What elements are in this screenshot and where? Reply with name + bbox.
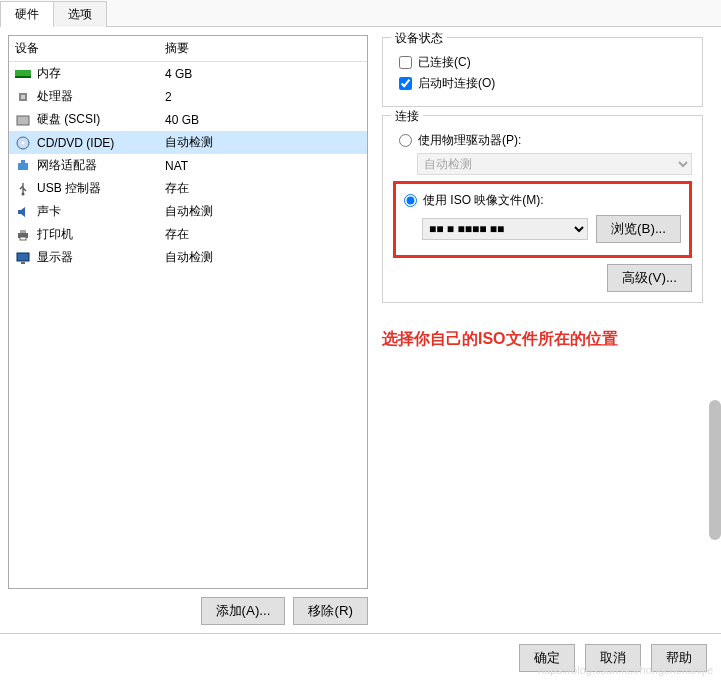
device-list: 设备 摘要 内存4 GB处理器2硬盘 (SCSI)40 GBCD/DVD (ID… bbox=[8, 35, 368, 589]
display-icon bbox=[15, 250, 31, 266]
device-summary: 40 GB bbox=[165, 113, 199, 127]
svg-rect-8 bbox=[21, 160, 25, 163]
iso-label: 使用 ISO 映像文件(M): bbox=[423, 192, 544, 209]
device-name: CD/DVD (IDE) bbox=[37, 136, 165, 150]
svg-rect-3 bbox=[21, 95, 25, 99]
scrollbar-thumb[interactable] bbox=[709, 400, 721, 540]
device-name: 显示器 bbox=[37, 249, 165, 266]
device-summary: 4 GB bbox=[165, 67, 192, 81]
connect-on-power-checkbox[interactable] bbox=[399, 77, 412, 90]
svg-point-9 bbox=[22, 192, 25, 195]
physical-drive-row[interactable]: 使用物理驱动器(P): bbox=[399, 132, 692, 149]
connected-checkbox[interactable] bbox=[399, 56, 412, 69]
ok-button[interactable]: 确定 bbox=[519, 644, 575, 672]
cd-icon bbox=[15, 135, 31, 151]
device-summary: 自动检测 bbox=[165, 134, 213, 151]
svg-rect-7 bbox=[18, 163, 28, 170]
browse-button[interactable]: 浏览(B)... bbox=[596, 215, 681, 243]
device-name: USB 控制器 bbox=[37, 180, 165, 197]
device-summary: 2 bbox=[165, 90, 172, 104]
device-row[interactable]: 打印机存在 bbox=[9, 223, 367, 246]
svg-rect-12 bbox=[20, 237, 26, 240]
device-row[interactable]: 声卡自动检测 bbox=[9, 200, 367, 223]
physical-drive-radio[interactable] bbox=[399, 134, 412, 147]
tab-hardware[interactable]: 硬件 bbox=[0, 1, 54, 27]
connection-title: 连接 bbox=[391, 108, 423, 125]
device-row[interactable]: 内存4 GB bbox=[9, 62, 367, 85]
connection-group: 连接 使用物理驱动器(P): 自动检测 使用 ISO 映像文件(M): bbox=[382, 115, 703, 303]
instruction-annotation: 选择你自己的ISO文件所在的位置 bbox=[382, 329, 703, 350]
svg-rect-14 bbox=[21, 262, 25, 264]
col-summary: 摘要 bbox=[165, 40, 189, 57]
svg-rect-4 bbox=[17, 116, 29, 125]
device-name: 声卡 bbox=[37, 203, 165, 220]
network-icon bbox=[15, 158, 31, 174]
svg-point-6 bbox=[22, 141, 25, 144]
printer-icon bbox=[15, 227, 31, 243]
cancel-button[interactable]: 取消 bbox=[585, 644, 641, 672]
device-list-header: 设备 摘要 bbox=[9, 36, 367, 62]
add-button[interactable]: 添加(A)... bbox=[201, 597, 286, 625]
device-summary: 自动检测 bbox=[165, 203, 213, 220]
device-status-group: 设备状态 已连接(C) 启动时连接(O) bbox=[382, 37, 703, 107]
connected-label: 已连接(C) bbox=[418, 54, 471, 71]
device-row[interactable]: 处理器2 bbox=[9, 85, 367, 108]
disk-icon bbox=[15, 112, 31, 128]
iso-radio[interactable] bbox=[404, 194, 417, 207]
device-summary: NAT bbox=[165, 159, 188, 173]
svg-rect-1 bbox=[15, 76, 31, 78]
device-summary: 存在 bbox=[165, 226, 189, 243]
memory-icon bbox=[15, 66, 31, 82]
sound-icon bbox=[15, 204, 31, 220]
device-row[interactable]: CD/DVD (IDE)自动检测 bbox=[9, 131, 367, 154]
usb-icon bbox=[15, 181, 31, 197]
iso-row[interactable]: 使用 ISO 映像文件(M): bbox=[404, 192, 681, 209]
physical-drive-select[interactable]: 自动检测 bbox=[417, 153, 692, 175]
remove-button[interactable]: 移除(R) bbox=[293, 597, 368, 625]
physical-drive-label: 使用物理驱动器(P): bbox=[418, 132, 521, 149]
iso-path-select[interactable]: ■■ ■ ■■■■ ■■ bbox=[422, 218, 588, 240]
device-name: 硬盘 (SCSI) bbox=[37, 111, 165, 128]
col-device: 设备 bbox=[15, 40, 165, 57]
device-status-title: 设备状态 bbox=[391, 30, 447, 47]
device-summary: 自动检测 bbox=[165, 249, 213, 266]
device-name: 网络适配器 bbox=[37, 157, 165, 174]
cpu-icon bbox=[15, 89, 31, 105]
connected-row[interactable]: 已连接(C) bbox=[399, 54, 692, 71]
connect-on-power-row[interactable]: 启动时连接(O) bbox=[399, 75, 692, 92]
svg-rect-11 bbox=[20, 230, 26, 233]
device-row[interactable]: 网络适配器NAT bbox=[9, 154, 367, 177]
device-summary: 存在 bbox=[165, 180, 189, 197]
connect-on-power-label: 启动时连接(O) bbox=[418, 75, 495, 92]
iso-highlight: 使用 ISO 映像文件(M): ■■ ■ ■■■■ ■■ 浏览(B)... bbox=[393, 181, 692, 258]
device-row[interactable]: 硬盘 (SCSI)40 GB bbox=[9, 108, 367, 131]
device-name: 内存 bbox=[37, 65, 165, 82]
device-name: 打印机 bbox=[37, 226, 165, 243]
device-row[interactable]: USB 控制器存在 bbox=[9, 177, 367, 200]
device-row[interactable]: 显示器自动检测 bbox=[9, 246, 367, 269]
dialog-footer: 确定 取消 帮助 https://blog.csdn.net/hongchens… bbox=[0, 633, 721, 682]
tab-options[interactable]: 选项 bbox=[53, 1, 107, 27]
help-button[interactable]: 帮助 bbox=[651, 644, 707, 672]
tab-bar: 硬件 选项 bbox=[0, 0, 721, 27]
advanced-button[interactable]: 高级(V)... bbox=[607, 264, 692, 292]
svg-rect-13 bbox=[17, 253, 29, 261]
device-name: 处理器 bbox=[37, 88, 165, 105]
